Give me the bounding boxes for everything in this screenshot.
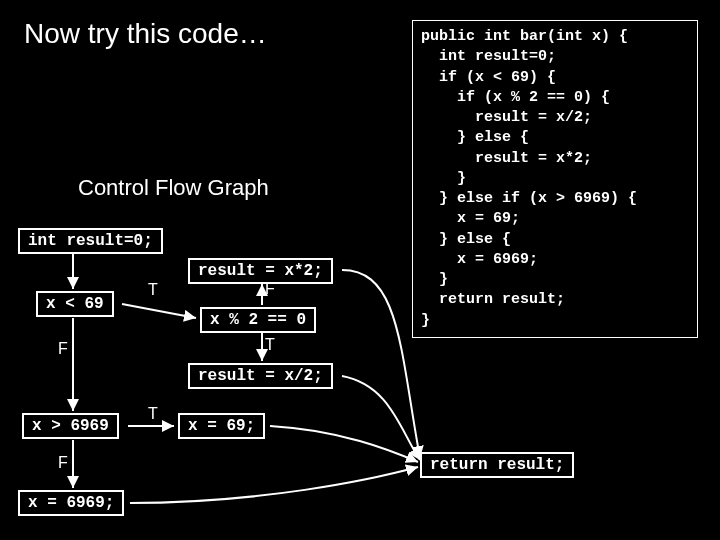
- node-x-gt-6969: x > 6969: [22, 413, 119, 439]
- node-x-eq-6969: x = 6969;: [18, 490, 124, 516]
- node-mul: result = x*2;: [188, 258, 333, 284]
- node-x-lt-69: x < 69: [36, 291, 114, 317]
- label-f-3: F: [58, 454, 68, 472]
- slide-title: Now try this code…: [24, 18, 267, 50]
- node-return: return result;: [420, 452, 574, 478]
- label-t-3: T: [148, 405, 158, 423]
- label-t-2: T: [265, 336, 275, 354]
- svg-line-1: [122, 304, 196, 318]
- node-x-eq-69: x = 69;: [178, 413, 265, 439]
- code-listing: public int bar(int x) { int result=0; if…: [412, 20, 698, 338]
- label-f-2: F: [265, 280, 275, 298]
- node-mod: x % 2 == 0: [200, 307, 316, 333]
- label-f-1: F: [58, 340, 68, 358]
- node-init: int result=0;: [18, 228, 163, 254]
- cfg-heading: Control Flow Graph: [78, 175, 269, 201]
- node-div: result = x/2;: [188, 363, 333, 389]
- label-t-1: T: [148, 281, 158, 299]
